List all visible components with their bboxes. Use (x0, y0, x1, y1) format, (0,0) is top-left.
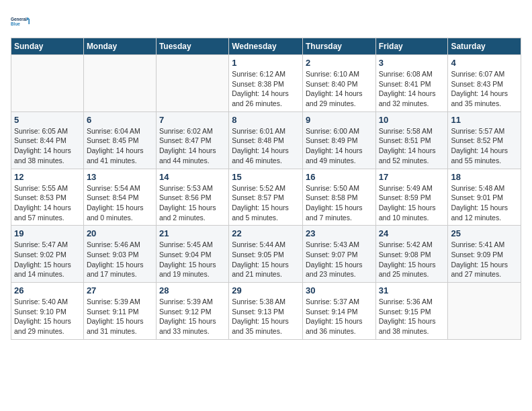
day-number: 24 (379, 228, 445, 238)
day-info: Sunrise: 5:39 AM Sunset: 9:11 PM Dayligh… (87, 297, 153, 336)
calendar-cell: 28Sunrise: 5:39 AM Sunset: 9:12 PM Dayli… (156, 283, 228, 340)
calendar-cell (156, 55, 228, 112)
page-header: GeneralBlue (11, 11, 521, 32)
calendar-cell: 25Sunrise: 5:41 AM Sunset: 9:09 PM Dayli… (448, 226, 521, 283)
day-info: Sunrise: 5:49 AM Sunset: 8:59 PM Dayligh… (379, 183, 445, 223)
calendar-cell: 6Sunrise: 6:04 AM Sunset: 8:45 PM Daylig… (83, 111, 156, 169)
calendar-cell: 24Sunrise: 5:42 AM Sunset: 9:08 PM Dayli… (375, 226, 448, 283)
day-info: Sunrise: 5:43 AM Sunset: 9:07 PM Dayligh… (306, 240, 373, 279)
day-number: 11 (451, 115, 518, 125)
calendar-cell: 9Sunrise: 6:00 AM Sunset: 8:49 PM Daylig… (302, 111, 375, 169)
weekday-header: Wednesday (229, 38, 303, 55)
day-number: 4 (451, 58, 518, 68)
day-number: 19 (14, 228, 81, 238)
calendar-body: 1Sunrise: 6:12 AM Sunset: 8:38 PM Daylig… (11, 55, 521, 340)
calendar-week-row: 19Sunrise: 5:47 AM Sunset: 9:02 PM Dayli… (11, 226, 521, 283)
day-info: Sunrise: 5:38 AM Sunset: 9:13 PM Dayligh… (232, 297, 300, 336)
calendar-cell: 14Sunrise: 5:53 AM Sunset: 8:56 PM Dayli… (156, 169, 228, 226)
weekday-header: Sunday (11, 38, 84, 55)
calendar-cell: 3Sunrise: 6:08 AM Sunset: 8:41 PM Daylig… (375, 55, 448, 112)
calendar-cell: 16Sunrise: 5:50 AM Sunset: 8:58 PM Dayli… (302, 169, 375, 226)
day-number: 5 (14, 115, 81, 125)
calendar-cell: 29Sunrise: 5:38 AM Sunset: 9:13 PM Dayli… (229, 283, 303, 340)
weekday-header: Friday (375, 38, 448, 55)
day-info: Sunrise: 5:41 AM Sunset: 9:09 PM Dayligh… (451, 240, 518, 279)
day-number: 12 (14, 172, 81, 182)
day-number: 18 (451, 172, 518, 182)
day-info: Sunrise: 5:44 AM Sunset: 9:05 PM Dayligh… (232, 240, 300, 279)
calendar-cell: 12Sunrise: 5:55 AM Sunset: 8:53 PM Dayli… (11, 169, 84, 226)
calendar-cell: 23Sunrise: 5:43 AM Sunset: 9:07 PM Dayli… (302, 226, 375, 283)
calendar-cell: 21Sunrise: 5:45 AM Sunset: 9:04 PM Dayli… (156, 226, 228, 283)
calendar-cell: 1Sunrise: 6:12 AM Sunset: 8:38 PM Daylig… (229, 55, 303, 112)
day-info: Sunrise: 5:53 AM Sunset: 8:56 PM Dayligh… (159, 183, 226, 223)
weekday-header: Thursday (302, 38, 375, 55)
logo-icon: GeneralBlue (11, 11, 32, 32)
calendar-table: SundayMondayTuesdayWednesdayThursdayFrid… (11, 38, 521, 340)
calendar-cell: 5Sunrise: 6:05 AM Sunset: 8:44 PM Daylig… (11, 111, 84, 169)
calendar-cell: 27Sunrise: 5:39 AM Sunset: 9:11 PM Dayli… (83, 283, 156, 340)
day-info: Sunrise: 6:08 AM Sunset: 8:41 PM Dayligh… (379, 69, 445, 109)
day-number: 2 (306, 58, 373, 68)
calendar-week-row: 12Sunrise: 5:55 AM Sunset: 8:53 PM Dayli… (11, 169, 521, 226)
weekday-header: Monday (83, 38, 156, 55)
calendar-cell: 17Sunrise: 5:49 AM Sunset: 8:59 PM Dayli… (375, 169, 448, 226)
day-info: Sunrise: 5:42 AM Sunset: 9:08 PM Dayligh… (379, 240, 445, 279)
day-info: Sunrise: 5:50 AM Sunset: 8:58 PM Dayligh… (306, 183, 373, 223)
day-info: Sunrise: 5:40 AM Sunset: 9:10 PM Dayligh… (14, 297, 81, 336)
day-info: Sunrise: 5:58 AM Sunset: 8:51 PM Dayligh… (379, 126, 445, 166)
day-info: Sunrise: 6:01 AM Sunset: 8:48 PM Dayligh… (232, 126, 300, 166)
calendar-cell: 19Sunrise: 5:47 AM Sunset: 9:02 PM Dayli… (11, 226, 84, 283)
day-number: 10 (379, 115, 445, 125)
day-info: Sunrise: 5:55 AM Sunset: 8:53 PM Dayligh… (14, 183, 81, 223)
day-number: 21 (159, 228, 226, 238)
calendar-cell: 7Sunrise: 6:02 AM Sunset: 8:47 PM Daylig… (156, 111, 228, 169)
calendar-cell: 13Sunrise: 5:54 AM Sunset: 8:54 PM Dayli… (83, 169, 156, 226)
day-info: Sunrise: 5:54 AM Sunset: 8:54 PM Dayligh… (87, 183, 153, 223)
calendar-cell: 10Sunrise: 5:58 AM Sunset: 8:51 PM Dayli… (375, 111, 448, 169)
day-info: Sunrise: 5:52 AM Sunset: 8:57 PM Dayligh… (232, 183, 300, 223)
day-number: 29 (232, 285, 300, 295)
day-number: 22 (232, 228, 300, 238)
calendar-week-row: 5Sunrise: 6:05 AM Sunset: 8:44 PM Daylig… (11, 111, 521, 169)
calendar-week-row: 1Sunrise: 6:12 AM Sunset: 8:38 PM Daylig… (11, 55, 521, 112)
calendar-cell (448, 283, 521, 340)
header-row: SundayMondayTuesdayWednesdayThursdayFrid… (11, 38, 521, 55)
day-number: 16 (306, 172, 373, 182)
day-info: Sunrise: 6:05 AM Sunset: 8:44 PM Dayligh… (14, 126, 81, 166)
calendar-cell: 30Sunrise: 5:37 AM Sunset: 9:14 PM Dayli… (302, 283, 375, 340)
calendar-cell: 22Sunrise: 5:44 AM Sunset: 9:05 PM Dayli… (229, 226, 303, 283)
day-number: 7 (159, 115, 226, 125)
day-number: 28 (159, 285, 226, 295)
calendar-cell: 31Sunrise: 5:36 AM Sunset: 9:15 PM Dayli… (375, 283, 448, 340)
calendar-cell: 15Sunrise: 5:52 AM Sunset: 8:57 PM Dayli… (229, 169, 303, 226)
day-number: 17 (379, 172, 445, 182)
day-info: Sunrise: 6:00 AM Sunset: 8:49 PM Dayligh… (306, 126, 373, 166)
calendar-cell: 18Sunrise: 5:48 AM Sunset: 9:01 PM Dayli… (448, 169, 521, 226)
day-number: 8 (232, 115, 300, 125)
day-number: 6 (87, 115, 153, 125)
calendar-cell (83, 55, 156, 112)
day-info: Sunrise: 6:10 AM Sunset: 8:40 PM Dayligh… (306, 69, 373, 109)
calendar-cell (11, 55, 84, 112)
calendar-week-row: 26Sunrise: 5:40 AM Sunset: 9:10 PM Dayli… (11, 283, 521, 340)
day-number: 25 (451, 228, 518, 238)
day-number: 1 (232, 58, 300, 68)
calendar-cell: 4Sunrise: 6:07 AM Sunset: 8:43 PM Daylig… (448, 55, 521, 112)
day-number: 31 (379, 285, 445, 295)
svg-marker-2 (26, 17, 32, 24)
day-info: Sunrise: 5:39 AM Sunset: 9:12 PM Dayligh… (159, 297, 226, 336)
calendar-cell: 11Sunrise: 5:57 AM Sunset: 8:52 PM Dayli… (448, 111, 521, 169)
day-number: 20 (87, 228, 153, 238)
day-number: 9 (306, 115, 373, 125)
calendar-cell: 2Sunrise: 6:10 AM Sunset: 8:40 PM Daylig… (302, 55, 375, 112)
weekday-header: Saturday (448, 38, 521, 55)
day-number: 30 (306, 285, 373, 295)
day-info: Sunrise: 6:02 AM Sunset: 8:47 PM Dayligh… (159, 126, 226, 166)
day-number: 27 (87, 285, 153, 295)
calendar-header: SundayMondayTuesdayWednesdayThursdayFrid… (11, 38, 521, 55)
svg-text:General: General (11, 17, 27, 21)
svg-text:Blue: Blue (11, 21, 20, 26)
day-info: Sunrise: 5:45 AM Sunset: 9:04 PM Dayligh… (159, 240, 226, 279)
day-info: Sunrise: 5:47 AM Sunset: 9:02 PM Dayligh… (14, 240, 81, 279)
